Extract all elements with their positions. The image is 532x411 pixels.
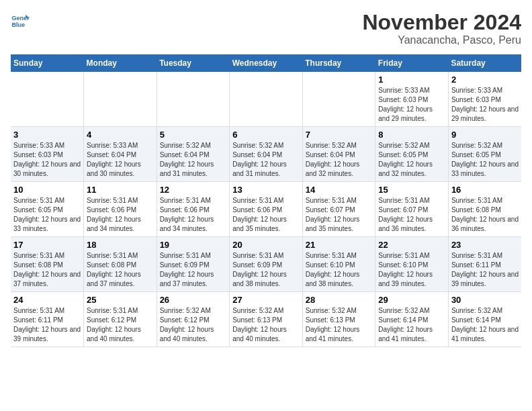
day-info: Sunrise: 5:31 AM Sunset: 6:08 PM Dayligh… — [87, 251, 154, 289]
day-of-week-header: Saturday — [448, 54, 521, 72]
day-info: Sunrise: 5:31 AM Sunset: 6:12 PM Dayligh… — [87, 306, 154, 344]
calendar-cell: 3Sunrise: 5:33 AM Sunset: 6:03 PM Daylig… — [11, 127, 84, 182]
day-info: Sunrise: 5:32 AM Sunset: 6:14 PM Dayligh… — [451, 306, 519, 344]
calendar-cell: 2Sunrise: 5:33 AM Sunset: 6:03 PM Daylig… — [448, 72, 521, 127]
calendar-cell: 4Sunrise: 5:33 AM Sunset: 6:04 PM Daylig… — [84, 127, 157, 182]
day-info: Sunrise: 5:33 AM Sunset: 6:04 PM Dayligh… — [87, 141, 154, 179]
day-number: 23 — [451, 240, 519, 250]
calendar-cell: 25Sunrise: 5:31 AM Sunset: 6:12 PM Dayli… — [84, 292, 157, 347]
svg-text:Blue: Blue — [11, 21, 25, 28]
day-number: 27 — [232, 295, 300, 305]
location-subtitle: Yanacancha, Pasco, Peru — [362, 34, 521, 46]
day-info: Sunrise: 5:32 AM Sunset: 6:12 PM Dayligh… — [160, 306, 227, 344]
calendar-cell: 30Sunrise: 5:32 AM Sunset: 6:14 PM Dayli… — [448, 292, 521, 347]
day-info: Sunrise: 5:33 AM Sunset: 6:03 PM Dayligh… — [13, 141, 81, 179]
calendar-cell: 11Sunrise: 5:31 AM Sunset: 6:06 PM Dayli… — [84, 182, 157, 237]
day-info: Sunrise: 5:31 AM Sunset: 6:08 PM Dayligh… — [13, 251, 81, 289]
calendar-week-row: 17Sunrise: 5:31 AM Sunset: 6:08 PM Dayli… — [11, 237, 521, 292]
day-number: 6 — [232, 130, 300, 140]
day-number: 28 — [306, 295, 373, 305]
day-info: Sunrise: 5:32 AM Sunset: 6:13 PM Dayligh… — [306, 306, 373, 344]
calendar-week-row: 1Sunrise: 5:33 AM Sunset: 6:03 PM Daylig… — [11, 72, 521, 127]
day-number: 5 — [160, 130, 227, 140]
day-number: 21 — [306, 240, 373, 250]
day-number: 10 — [13, 185, 81, 195]
day-info: Sunrise: 5:32 AM Sunset: 6:14 PM Dayligh… — [378, 306, 445, 344]
calendar-cell: 20Sunrise: 5:31 AM Sunset: 6:09 PM Dayli… — [230, 237, 303, 292]
calendar-cell: 17Sunrise: 5:31 AM Sunset: 6:08 PM Dayli… — [11, 237, 84, 292]
calendar-cell: 23Sunrise: 5:31 AM Sunset: 6:11 PM Dayli… — [448, 237, 521, 292]
calendar-cell: 22Sunrise: 5:31 AM Sunset: 6:10 PM Dayli… — [375, 237, 449, 292]
day-info: Sunrise: 5:32 AM Sunset: 6:04 PM Dayligh… — [232, 141, 300, 179]
title-block: November 2024 Yanacancha, Pasco, Peru — [362, 11, 521, 46]
calendar-cell: 27Sunrise: 5:32 AM Sunset: 6:13 PM Dayli… — [230, 292, 303, 347]
calendar-cell — [302, 72, 375, 127]
day-info: Sunrise: 5:31 AM Sunset: 6:11 PM Dayligh… — [13, 306, 81, 344]
calendar-cell: 14Sunrise: 5:31 AM Sunset: 6:07 PM Dayli… — [302, 182, 375, 237]
day-number: 1 — [378, 75, 445, 85]
day-number: 13 — [232, 185, 300, 195]
day-number: 30 — [451, 295, 519, 305]
calendar-cell: 13Sunrise: 5:31 AM Sunset: 6:06 PM Dayli… — [230, 182, 303, 237]
day-of-week-header: Sunday — [11, 54, 84, 72]
day-info: Sunrise: 5:32 AM Sunset: 6:04 PM Dayligh… — [306, 141, 373, 179]
day-info: Sunrise: 5:31 AM Sunset: 6:09 PM Dayligh… — [232, 251, 300, 289]
day-info: Sunrise: 5:31 AM Sunset: 6:11 PM Dayligh… — [451, 251, 519, 289]
day-number: 8 — [378, 130, 445, 140]
calendar-cell: 9Sunrise: 5:32 AM Sunset: 6:05 PM Daylig… — [448, 127, 521, 182]
day-info: Sunrise: 5:32 AM Sunset: 6:05 PM Dayligh… — [451, 141, 519, 179]
calendar-cell: 29Sunrise: 5:32 AM Sunset: 6:14 PM Dayli… — [375, 292, 449, 347]
calendar-cell: 5Sunrise: 5:32 AM Sunset: 6:04 PM Daylig… — [157, 127, 230, 182]
day-info: Sunrise: 5:31 AM Sunset: 6:06 PM Dayligh… — [160, 196, 227, 234]
day-info: Sunrise: 5:33 AM Sunset: 6:03 PM Dayligh… — [451, 86, 519, 124]
day-number: 19 — [160, 240, 227, 250]
day-info: Sunrise: 5:31 AM Sunset: 6:06 PM Dayligh… — [232, 196, 300, 234]
calendar-cell — [84, 72, 157, 127]
calendar-week-row: 24Sunrise: 5:31 AM Sunset: 6:11 PM Dayli… — [11, 292, 521, 347]
page-header: General Blue November 2024 Yanacancha, P… — [11, 11, 521, 46]
calendar-cell — [11, 72, 84, 127]
calendar-cell: 12Sunrise: 5:31 AM Sunset: 6:06 PM Dayli… — [157, 182, 230, 237]
day-number: 24 — [13, 295, 81, 305]
day-of-week-header: Monday — [84, 54, 157, 72]
day-number: 12 — [160, 185, 227, 195]
day-number: 15 — [378, 185, 445, 195]
day-number: 16 — [451, 185, 519, 195]
day-number: 14 — [306, 185, 373, 195]
day-number: 7 — [306, 130, 373, 140]
calendar-week-row: 3Sunrise: 5:33 AM Sunset: 6:03 PM Daylig… — [11, 127, 521, 182]
svg-text:General: General — [11, 15, 30, 21]
calendar-cell: 24Sunrise: 5:31 AM Sunset: 6:11 PM Dayli… — [11, 292, 84, 347]
day-of-week-header: Wednesday — [230, 54, 303, 72]
day-of-week-header: Friday — [375, 54, 449, 72]
calendar-table: SundayMondayTuesdayWednesdayThursdayFrid… — [11, 54, 521, 347]
calendar-cell: 26Sunrise: 5:32 AM Sunset: 6:12 PM Dayli… — [157, 292, 230, 347]
day-number: 9 — [451, 130, 519, 140]
day-number: 4 — [87, 130, 154, 140]
day-of-week-header: Thursday — [302, 54, 375, 72]
day-number: 3 — [13, 130, 81, 140]
calendar-cell — [230, 72, 303, 127]
day-of-week-header: Tuesday — [157, 54, 230, 72]
day-info: Sunrise: 5:31 AM Sunset: 6:06 PM Dayligh… — [87, 196, 154, 234]
calendar-cell: 6Sunrise: 5:32 AM Sunset: 6:04 PM Daylig… — [230, 127, 303, 182]
day-info: Sunrise: 5:32 AM Sunset: 6:04 PM Dayligh… — [160, 141, 227, 179]
calendar-cell: 21Sunrise: 5:31 AM Sunset: 6:10 PM Dayli… — [302, 237, 375, 292]
calendar-cell: 1Sunrise: 5:33 AM Sunset: 6:03 PM Daylig… — [375, 72, 449, 127]
day-info: Sunrise: 5:31 AM Sunset: 6:10 PM Dayligh… — [306, 251, 373, 289]
calendar-cell: 15Sunrise: 5:31 AM Sunset: 6:07 PM Dayli… — [375, 182, 449, 237]
calendar-cell: 28Sunrise: 5:32 AM Sunset: 6:13 PM Dayli… — [302, 292, 375, 347]
day-number: 11 — [87, 185, 154, 195]
day-number: 20 — [232, 240, 300, 250]
day-info: Sunrise: 5:31 AM Sunset: 6:09 PM Dayligh… — [160, 251, 227, 289]
day-info: Sunrise: 5:33 AM Sunset: 6:03 PM Dayligh… — [378, 86, 445, 124]
calendar-cell — [157, 72, 230, 127]
day-info: Sunrise: 5:32 AM Sunset: 6:13 PM Dayligh… — [232, 306, 300, 344]
day-info: Sunrise: 5:31 AM Sunset: 6:08 PM Dayligh… — [451, 196, 519, 234]
logo-icon: General Blue — [11, 11, 30, 30]
day-info: Sunrise: 5:32 AM Sunset: 6:05 PM Dayligh… — [378, 141, 445, 179]
month-title: November 2024 — [362, 11, 521, 34]
calendar-cell: 16Sunrise: 5:31 AM Sunset: 6:08 PM Dayli… — [448, 182, 521, 237]
logo: General Blue — [11, 11, 31, 30]
calendar-cell: 18Sunrise: 5:31 AM Sunset: 6:08 PM Dayli… — [84, 237, 157, 292]
